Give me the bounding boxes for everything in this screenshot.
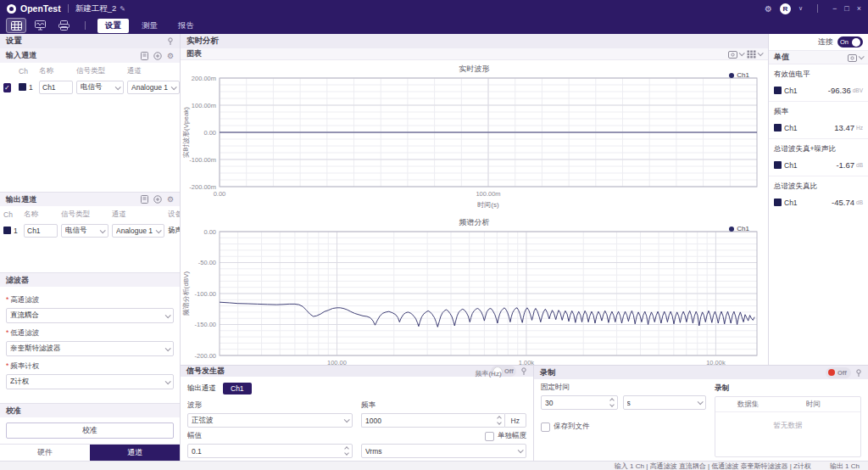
add-channel-icon[interactable] (153, 52, 162, 60)
edit-project-icon[interactable]: ✎ (120, 5, 125, 13)
record-list: 数据集 时间 暂无数据 (715, 396, 861, 457)
sv-item-rms: 有效值电平 Ch1-96.36dBV (769, 64, 868, 102)
connect-toggle[interactable]: On (837, 36, 863, 48)
add-channel-icon[interactable] (153, 195, 162, 204)
close-button[interactable]: × (857, 4, 861, 13)
spectrum-chart: 频谱分析 Ch1 0.00-50.00-100.00-150.00-200.00… (181, 214, 768, 383)
toggle-knob (852, 38, 860, 47)
tab-channel[interactable]: 通道 (90, 445, 180, 461)
channel-color-swatch (774, 87, 782, 94)
svg-text:-200.00m: -200.00m (189, 183, 216, 191)
chevron-down-icon (859, 53, 865, 59)
chevron-down-icon (115, 84, 121, 90)
svg-text:-200.00: -200.00 (195, 352, 216, 360)
svg-text:频率(Hz): 频率(Hz) (475, 370, 501, 378)
stepper[interactable] (494, 417, 504, 424)
tab-settings[interactable]: 设置 (97, 19, 129, 33)
signal-type-select[interactable]: 电信号 (61, 224, 108, 238)
weighting-label: *频率计权 (6, 361, 174, 372)
waveform-chart-title: 实时波形 (181, 60, 768, 75)
highpass-select[interactable]: 直流耦合 (6, 308, 174, 323)
generator-channel-chip[interactable]: Ch1 (223, 383, 252, 394)
channel-select[interactable]: Analogue 1 (127, 81, 180, 94)
svg-text:1.00k: 1.00k (519, 359, 535, 366)
waveform-select[interactable]: 正弦波 (187, 413, 353, 428)
user-avatar[interactable]: R (780, 3, 791, 14)
single-values-sidebar: 连接 On 单值 有效值电平 Ch1-96.36dBV (769, 34, 868, 365)
chevron-down-icon (739, 50, 745, 56)
amplitude-input[interactable] (187, 444, 353, 458)
settings-gear-icon[interactable]: ⚙ (765, 4, 772, 14)
chevron-down-icon (156, 227, 162, 233)
channel-enabled-checkbox[interactable]: ✓ (3, 83, 11, 92)
output-channel-row: 1 电信号 Analogue 1 扬声器 (R (0, 221, 180, 240)
step-down-icon (344, 450, 349, 456)
channel-select[interactable]: Analogue 1 (112, 224, 164, 238)
import-config-icon[interactable] (141, 52, 148, 60)
fixed-time-input[interactable] (541, 395, 618, 410)
svg-text:100.00m: 100.00m (476, 190, 500, 198)
channel-settings-gear-icon[interactable]: ⚙ (167, 195, 174, 204)
channel-name-input[interactable] (39, 81, 73, 94)
channel-settings-gear-icon[interactable]: ⚙ (167, 52, 174, 60)
record-indicator-icon (828, 369, 835, 376)
waveform-plot[interactable]: 200.00m100.00m0.00-100.00m-200.00m0.0010… (181, 75, 767, 210)
legend-dot (729, 227, 734, 232)
channel-color-swatch[interactable] (3, 227, 11, 234)
input-table-header: Ch 名称 信号类型 通道 设备 (0, 64, 180, 78)
layout-button[interactable] (747, 50, 762, 59)
record-list-title: 录制 (715, 383, 861, 394)
calibrate-button[interactable]: 校准 (6, 422, 174, 439)
project-title: 新建工程_2 ✎ (75, 3, 125, 14)
channel-color-swatch[interactable] (19, 83, 26, 91)
lowpass-label: *低通滤波 (6, 328, 174, 339)
main-toolbar: 设置 测量 报告 (0, 17, 868, 34)
layout-grid-icon (747, 50, 756, 59)
svg-text:-50.00: -50.00 (198, 259, 216, 266)
frequency-input[interactable] (361, 413, 504, 428)
save-to-file-checkbox[interactable]: 保存到文件 (541, 422, 706, 432)
sv-export-button[interactable] (848, 53, 863, 62)
time-unit-select[interactable]: s (623, 395, 707, 410)
tab-measure[interactable]: 测量 (134, 19, 165, 33)
app-name: OpenTest (20, 3, 61, 14)
scope-view-button[interactable] (31, 19, 49, 32)
maximize-button[interactable]: □ (844, 4, 849, 13)
channels-view-button[interactable] (7, 19, 25, 32)
individual-amplitude-checkbox[interactable]: 单独幅度 (485, 431, 526, 441)
settings-sidebar: 设置 输入通道 ⚙ Ch 名称 信号类型 通道 设备 ✓ 1 电信号 Analo… (0, 34, 180, 461)
minimize-button[interactable]: − (832, 4, 837, 13)
main-area: 实时分析 图表 (181, 34, 868, 461)
tab-report[interactable]: 报告 (170, 19, 202, 33)
status-output-summary: 输出 1 Ch (830, 462, 860, 470)
weighting-select[interactable]: Z计权 (6, 374, 174, 389)
pin-icon[interactable] (167, 37, 174, 45)
import-config-icon[interactable] (141, 195, 148, 204)
stepper[interactable] (342, 447, 352, 455)
step-down-icon (609, 402, 615, 407)
pin-icon[interactable] (855, 369, 862, 377)
channel-name-input[interactable] (24, 224, 58, 238)
waveform-legend[interactable]: Ch1 (729, 71, 749, 79)
svg-text:实时波形(Vpeak): 实时波形(Vpeak) (182, 107, 190, 158)
spectrum-plot[interactable]: 0.00-50.00-100.00-150.00-200.00100.001.0… (181, 228, 767, 379)
oscilloscope-icon (35, 20, 46, 31)
channel-color-swatch (774, 161, 782, 169)
camera-icon (848, 53, 857, 62)
stepper[interactable] (607, 399, 617, 406)
lowpass-select[interactable]: 奈奎斯特滤波器 (6, 341, 174, 356)
svg-text:-100.00m: -100.00m (189, 156, 216, 164)
snapshot-button[interactable] (728, 50, 743, 59)
connect-row: 连接 On (769, 34, 868, 51)
app-logo-icon (7, 4, 16, 14)
report-view-button[interactable] (54, 19, 73, 32)
record-toggle[interactable]: Off (826, 367, 851, 378)
amplitude-unit-select[interactable]: Vrms (361, 444, 526, 458)
frequency-unit: Hz (504, 413, 526, 428)
signal-type-select[interactable]: 电信号 (76, 81, 124, 94)
chevron-down-icon (171, 84, 177, 90)
filters-body: *高通滤波 直流耦合 *低通滤波 奈奎斯特滤波器 *频率计权 Z计权 (0, 287, 180, 396)
tab-hardware[interactable]: 硬件 (0, 445, 90, 461)
spectrum-legend[interactable]: Ch1 (729, 225, 749, 232)
avatar-chevron-icon[interactable]: ∨ (798, 5, 803, 12)
